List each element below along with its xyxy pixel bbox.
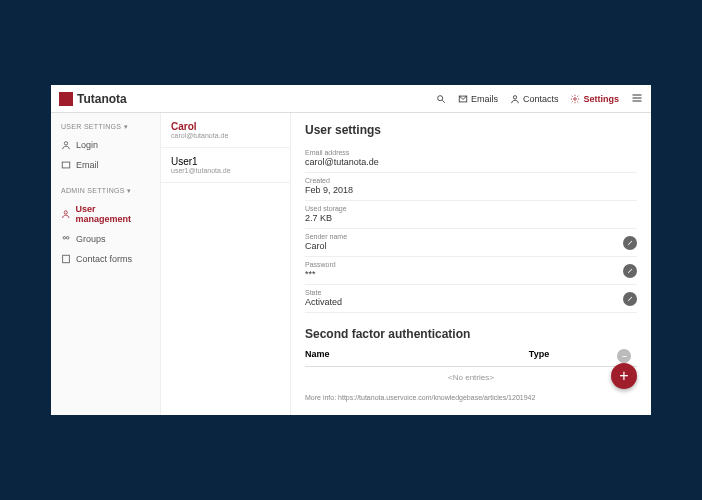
plus-icon: +: [619, 367, 628, 385]
sidebar-groups-label: Groups: [76, 234, 106, 244]
field-label: Used storage: [305, 205, 637, 212]
field-label: Email address: [305, 149, 637, 156]
svg-point-10: [64, 211, 67, 214]
sidebar-item-user-management[interactable]: User management: [51, 199, 160, 229]
sidebar-user-management-label: User management: [76, 204, 150, 224]
svg-rect-9: [62, 162, 70, 168]
second-factor-title: Second factor authentication: [305, 327, 637, 341]
edit-sender-button[interactable]: [623, 236, 637, 250]
add-button[interactable]: +: [611, 363, 637, 389]
search-icon: [436, 94, 446, 104]
sidebar-contact-forms-label: Contact forms: [76, 254, 132, 264]
form-icon: [61, 254, 71, 264]
group-icon: [61, 234, 71, 244]
mail-icon: [458, 94, 468, 104]
hamburger-icon: [631, 92, 643, 104]
pencil-icon: [627, 295, 634, 302]
field-value: carol@tutanota.de: [305, 157, 637, 167]
mail-icon: [61, 160, 71, 170]
nav-emails[interactable]: Emails: [458, 94, 498, 104]
svg-point-3: [513, 95, 516, 98]
more-info: More info: https://tutanota.uservoice.co…: [305, 394, 637, 401]
field-storage: Used storage 2.7 KB: [305, 201, 637, 229]
nav-settings-label: Settings: [583, 94, 619, 104]
table-header: Name Type: [305, 349, 637, 367]
field-label: Sender name: [305, 233, 637, 240]
minus-icon: [621, 353, 628, 360]
search-button[interactable]: [436, 94, 446, 104]
content: User settings Email address carol@tutano…: [291, 113, 651, 415]
user-email: user1@tutanota.de: [171, 167, 280, 174]
more-info-link[interactable]: https://tutanota.uservoice.com/knowledge…: [338, 394, 535, 401]
sidebar-email-label: Email: [76, 160, 99, 170]
sidebar-item-contact-forms[interactable]: Contact forms: [51, 249, 160, 269]
field-value: Feb 9, 2018: [305, 185, 637, 195]
user-list-item[interactable]: Carol carol@tutanota.de: [161, 113, 290, 148]
field-value: Carol: [305, 241, 637, 251]
person-icon: [510, 94, 520, 104]
logo: Tutanota: [59, 92, 127, 106]
user-settings-title: User settings: [305, 123, 637, 137]
svg-point-11: [63, 237, 66, 240]
svg-point-4: [574, 97, 577, 100]
field-sender-name: Sender name Carol: [305, 229, 637, 257]
pencil-icon: [627, 267, 634, 274]
sidebar-login-label: Login: [76, 140, 98, 150]
field-email: Email address carol@tutanota.de: [305, 145, 637, 173]
collapse-button[interactable]: [617, 349, 631, 363]
th-name: Name: [305, 349, 461, 363]
field-value: ***: [305, 269, 637, 279]
edit-password-button[interactable]: [623, 264, 637, 278]
gear-icon: [570, 94, 580, 104]
field-label: State: [305, 289, 637, 296]
sidebar-section-admin[interactable]: ADMIN SETTINGS ▾: [51, 183, 160, 199]
nav-emails-label: Emails: [471, 94, 498, 104]
svg-rect-13: [63, 255, 70, 263]
field-label: Created: [305, 177, 637, 184]
edit-state-button[interactable]: [623, 292, 637, 306]
menu-button[interactable]: [631, 92, 643, 106]
main: USER SETTINGS ▾ Login Email ADMIN SETTIN…: [51, 113, 651, 415]
logo-mark-icon: [59, 92, 73, 106]
svg-point-12: [66, 237, 69, 240]
svg-point-0: [438, 95, 443, 100]
nav-contacts[interactable]: Contacts: [510, 94, 559, 104]
no-entries: <No entries>: [305, 367, 637, 388]
top-nav: Emails Contacts Settings: [436, 92, 643, 106]
field-value: 2.7 KB: [305, 213, 637, 223]
sidebar: USER SETTINGS ▾ Login Email ADMIN SETTIN…: [51, 113, 161, 415]
brand-name: Tutanota: [77, 92, 127, 106]
pencil-icon: [627, 239, 634, 246]
app-window: Tutanota Emails Contacts Settings: [51, 85, 651, 415]
nav-settings[interactable]: Settings: [570, 94, 619, 104]
field-value: Activated: [305, 297, 637, 307]
field-created: Created Feb 9, 2018: [305, 173, 637, 201]
sidebar-item-login[interactable]: Login: [51, 135, 160, 155]
more-info-prefix: More info:: [305, 394, 338, 401]
th-type: Type: [461, 349, 617, 363]
user-name: User1: [171, 156, 280, 167]
second-factor-section: Second factor authentication Name Type <…: [305, 327, 637, 401]
user-email: carol@tutanota.de: [171, 132, 280, 139]
sidebar-section-user[interactable]: USER SETTINGS ▾: [51, 119, 160, 135]
user-name: Carol: [171, 121, 280, 132]
user-list-item[interactable]: User1 user1@tutanota.de: [161, 148, 290, 183]
sidebar-item-email[interactable]: Email: [51, 155, 160, 175]
person-icon: [61, 209, 71, 219]
header: Tutanota Emails Contacts Settings: [51, 85, 651, 113]
sidebar-item-groups[interactable]: Groups: [51, 229, 160, 249]
nav-contacts-label: Contacts: [523, 94, 559, 104]
svg-line-1: [442, 100, 445, 103]
field-state: State Activated: [305, 285, 637, 313]
field-label: Password: [305, 261, 637, 268]
field-password: Password ***: [305, 257, 637, 285]
login-icon: [61, 140, 71, 150]
user-list: Carol carol@tutanota.de User1 user1@tuta…: [161, 113, 291, 415]
svg-point-8: [64, 142, 67, 145]
